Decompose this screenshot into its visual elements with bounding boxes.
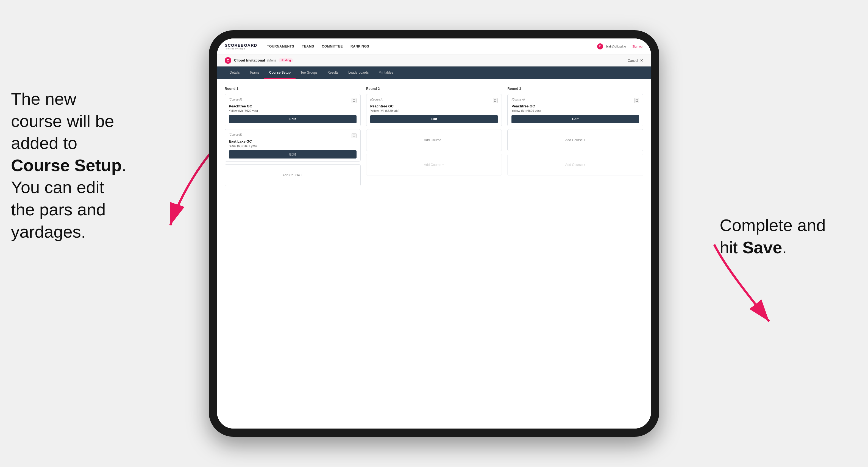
tournament-name: Clippd Invitational [234, 58, 265, 62]
add-course-text-r1: Add Course + [282, 173, 303, 177]
tab-details[interactable]: Details [225, 66, 245, 79]
top-nav-right: B blair@clippd.io | Sign out [597, 43, 643, 50]
edit-button-r3-a[interactable]: Edit [512, 115, 639, 123]
sign-out-link[interactable]: Sign out [632, 45, 643, 48]
course-label-r3-a: (Course A) [512, 98, 525, 101]
add-course-text-r3-bottom: Add Course + [565, 163, 586, 167]
nav-tournaments[interactable]: TOURNAMENTS [267, 43, 294, 50]
course-tee-r2-a: Yellow (M) (6629 yds) [370, 109, 498, 112]
add-course-text-r3-top: Add Course + [565, 138, 586, 142]
tab-teams[interactable]: Teams [245, 66, 264, 79]
course-card-header-r3-a: (Course A) ☐ [512, 98, 639, 103]
course-name-r2-a: Peachtree GC [370, 104, 498, 108]
delete-button-r2-a[interactable]: ☐ [493, 98, 498, 103]
user-email: blair@clippd.io [606, 45, 626, 48]
tablet: SCOREBOARD Powered by clippd TOURNAMENTS… [209, 30, 659, 437]
logo-sub: Powered by clippd [225, 48, 257, 50]
edit-button-r1-a[interactable]: Edit [229, 115, 356, 123]
scoreboard-logo: SCOREBOARD Powered by clippd [225, 43, 257, 50]
round-2-label: Round 2 [366, 87, 502, 91]
round-2-column: Round 2 (Course A) ☐ Peachtree GC Yellow… [366, 87, 502, 189]
tournament-gender: (Men) [267, 59, 276, 62]
tournament-logo: C [225, 57, 231, 64]
course-card-r2-a: (Course A) ☐ Peachtree GC Yellow (M) (66… [366, 94, 502, 126]
course-name-r1-b: East Lake GC [229, 139, 356, 144]
nav-separator: | [629, 45, 629, 48]
add-course-r3-bottom: Add Course + [507, 154, 643, 176]
course-card-header-r1-b: (Course B) ☐ [229, 133, 356, 138]
round-1-label: Round 1 [225, 87, 361, 91]
course-tee-r1-a: Yellow (M) (6629 yds) [229, 109, 356, 112]
tab-course-setup[interactable]: Course Setup [264, 66, 296, 79]
add-course-r3-top[interactable]: Add Course + [507, 129, 643, 151]
tab-results[interactable]: Results [322, 66, 343, 79]
tournament-bar-right: Cancel ✕ [628, 58, 643, 63]
cancel-link[interactable]: Cancel ✕ [628, 59, 643, 63]
course-card-header-r1-a: (Course A) ☐ [229, 98, 356, 103]
add-course-text-r2-top: Add Course + [424, 138, 444, 142]
course-name-r1-a: Peachtree GC [229, 104, 356, 108]
course-card-r1-b: (Course B) ☐ East Lake GC Black (M) (689… [225, 129, 361, 161]
tournament-badge: Hosting [279, 58, 293, 62]
delete-button-r1-a[interactable]: ☐ [351, 98, 356, 103]
user-avatar: B [597, 43, 603, 50]
nav-teams[interactable]: TEAMS [302, 43, 314, 50]
course-card-r3-a: (Course A) ☐ Peachtree GC Yellow (M) (66… [507, 94, 643, 126]
tab-tee-groups[interactable]: Tee Groups [296, 66, 322, 79]
rounds-grid: Round 1 (Course A) ☐ Peachtree GC Yellow… [225, 87, 643, 189]
tab-leaderboards[interactable]: Leaderboards [343, 66, 374, 79]
round-3-column: Round 3 (Course A) ☐ Peachtree GC Yellow… [507, 87, 643, 189]
arrow-right-icon [692, 239, 785, 333]
delete-button-r3-a[interactable]: ☐ [634, 98, 639, 103]
logo-main: SCOREBOARD [225, 43, 257, 48]
delete-button-r1-b[interactable]: ☐ [351, 133, 356, 138]
course-label-r1-b: (Course B) [229, 133, 242, 136]
add-course-r2-bottom: Add Course + [366, 154, 502, 176]
course-tee-r3-a: Yellow (M) (6629 yds) [512, 109, 639, 112]
round-3-label: Round 3 [507, 87, 643, 91]
course-tee-r1-b: Black (M) (6891 yds) [229, 144, 356, 148]
course-card-r1-a: (Course A) ☐ Peachtree GC Yellow (M) (66… [225, 94, 361, 126]
add-course-r2-top[interactable]: Add Course + [366, 129, 502, 151]
add-course-text-r2-bottom: Add Course + [424, 163, 444, 167]
add-course-r1[interactable]: Add Course + [225, 164, 361, 186]
round-1-column: Round 1 (Course A) ☐ Peachtree GC Yellow… [225, 87, 361, 189]
course-card-header-r2-a: (Course A) ☐ [370, 98, 498, 103]
course-label-r1-a: (Course A) [229, 98, 242, 101]
top-nav-links: TOURNAMENTS TEAMS COMMITTEE RANKINGS [267, 43, 597, 50]
tablet-screen: SCOREBOARD Powered by clippd TOURNAMENTS… [217, 38, 651, 429]
course-label-r2-a: (Course A) [370, 98, 383, 101]
tab-printables[interactable]: Printables [374, 66, 398, 79]
top-nav: SCOREBOARD Powered by clippd TOURNAMENTS… [217, 38, 651, 54]
tab-bar: Details Teams Course Setup Tee Groups Re… [217, 66, 651, 79]
nav-committee[interactable]: COMMITTEE [322, 43, 343, 50]
edit-button-r2-a[interactable]: Edit [370, 115, 498, 123]
edit-button-r1-b[interactable]: Edit [229, 150, 356, 158]
main-content: Round 1 (Course A) ☐ Peachtree GC Yellow… [217, 79, 651, 429]
nav-rankings[interactable]: RANKINGS [350, 43, 369, 50]
tournament-bar: C Clippd Invitational (Men) Hosting Canc… [217, 54, 651, 66]
course-name-r3-a: Peachtree GC [512, 104, 639, 108]
